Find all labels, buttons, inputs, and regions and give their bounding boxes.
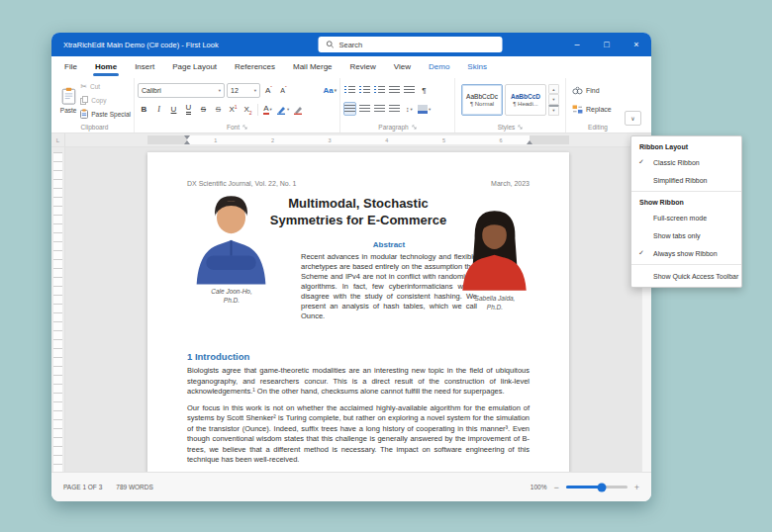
dialog-launcher-icon[interactable]	[518, 125, 523, 130]
styles-scroll-up-button[interactable]: ▴	[548, 84, 559, 94]
decrease-indent-button[interactable]	[388, 84, 401, 98]
editor-canvas[interactable]: DX Scientific Journal, Vol. 22, No. 1 Ma…	[65, 147, 651, 472]
highlight-button[interactable]: ▾	[276, 103, 289, 117]
replace-button[interactable]: Replace	[569, 102, 627, 118]
menu-separator	[631, 264, 741, 265]
menu-header-ribbon-layout: Ribbon Layout	[631, 138, 741, 153]
tab-view[interactable]: View	[385, 56, 420, 76]
double-underline-button[interactable]: U	[182, 103, 195, 117]
chevron-down-icon: ▾	[254, 88, 256, 93]
shading-button[interactable]: ▾	[418, 102, 431, 116]
menu-item-show-tabs-only[interactable]: Show tabs only	[631, 226, 741, 244]
menu-item-show-quick-access-toolbar[interactable]: Show Quick Access Toolbar	[631, 267, 741, 285]
tab-selector[interactable]: L	[51, 133, 65, 146]
tab-file[interactable]: File	[55, 56, 86, 76]
dialog-launcher-icon[interactable]	[242, 125, 247, 130]
paste-special-button[interactable]: Paste Special	[78, 108, 131, 121]
font-size-combo[interactable]: 12 ▾	[227, 83, 260, 98]
line-spacing-button[interactable]: ↕▾	[403, 102, 416, 116]
replace-icon	[572, 105, 583, 114]
pilcrow-icon: ¶	[422, 86, 426, 95]
grow-font-button[interactable]: Aˆ	[262, 84, 275, 98]
increase-indent-icon	[404, 86, 415, 95]
document-page[interactable]: DX Scientific Journal, Vol. 22, No. 1 Ma…	[147, 152, 569, 472]
tab-review[interactable]: Review	[341, 56, 385, 76]
zoom-out-button[interactable]: −	[553, 483, 558, 492]
paragraph-3[interactable]: Physicists largely study the partition t…	[187, 472, 530, 473]
numbered-list-button[interactable]	[358, 84, 371, 98]
tab-references[interactable]: References	[226, 56, 284, 76]
menu-item-classic-ribbon[interactable]: ✓ Classic Ribbon	[631, 153, 741, 171]
chevron-down-icon: ▾	[219, 88, 221, 93]
tab-insert[interactable]: Insert	[126, 56, 163, 76]
paragraph-2[interactable]: Our focus in this work is not on whether…	[187, 403, 530, 466]
double-strikethrough-button[interactable]: S	[212, 103, 225, 117]
copy-icon	[80, 96, 88, 105]
minimize-button[interactable]: –	[562, 33, 592, 56]
chevron-down-icon: ▾	[411, 107, 413, 112]
menu-item-simplified-ribbon[interactable]: Simplified Ribbon	[631, 171, 741, 189]
journal-date: March, 2023	[491, 180, 530, 187]
author-caption: Sabella Jaida, Ph.D.	[475, 295, 516, 311]
paste-button[interactable]: Paste	[58, 79, 78, 121]
italic-button[interactable]: I	[152, 103, 165, 117]
chevron-down-icon: ▾	[335, 88, 337, 93]
author-caption: Cale Joon-Ho, Ph.D.	[211, 288, 252, 305]
check-icon: ✓	[638, 158, 644, 166]
tab-demo[interactable]: Demo	[420, 56, 458, 76]
justify-button[interactable]	[388, 102, 401, 116]
styles-gallery-expand-button[interactable]: ▾	[548, 105, 559, 116]
show-marks-button[interactable]: ¶	[418, 84, 431, 98]
close-button[interactable]: ×	[622, 33, 651, 56]
multilevel-list-button[interactable]	[373, 84, 386, 98]
style-heading[interactable]: AaBbCcD ¶ Headi...	[505, 84, 546, 116]
paragraph-1[interactable]: Biologists agree that game-theoretic mod…	[187, 366, 530, 398]
shading-icon	[418, 105, 428, 114]
menu-item-fullscreen-mode[interactable]: Full-screen mode	[631, 209, 741, 226]
tab-home[interactable]: Home	[86, 56, 126, 76]
ribbon-options-menu: Ribbon Layout ✓ Classic Ribbon Simplifie…	[630, 135, 742, 288]
tab-mail-merge[interactable]: Mail Merge	[284, 56, 341, 76]
cut-button[interactable]: ✂ Cut	[78, 80, 131, 93]
change-case-button[interactable]: Aa▾	[324, 84, 338, 98]
underline-button[interactable]: U	[167, 103, 180, 117]
clipboard-group-label: Clipboard	[81, 124, 109, 131]
dialog-launcher-icon[interactable]	[412, 125, 417, 130]
search-input[interactable]: Search	[319, 37, 503, 52]
tab-page-layout[interactable]: Page Layout	[163, 56, 226, 76]
superscript-button[interactable]: X1	[227, 103, 240, 117]
group-paragraph: ¶ ↕▾ ▾ Paragraph	[340, 78, 455, 133]
font-color-button[interactable]: A▾	[261, 103, 274, 117]
indent-marker-left[interactable]	[184, 135, 190, 145]
subscript-button[interactable]: X2	[241, 103, 254, 117]
tab-skins[interactable]: Skins	[458, 56, 496, 76]
styles-group-label: Styles	[498, 124, 516, 131]
horizontal-ruler[interactable]: 1 2 3 4 5 6	[65, 133, 651, 146]
zoom-slider[interactable]	[566, 486, 627, 488]
font-family-combo[interactable]: Calibri ▾	[138, 83, 225, 98]
ribbon-display-options-button[interactable]: ∨	[625, 111, 641, 126]
zoom-in-button[interactable]: +	[634, 483, 639, 492]
zoom-slider-thumb[interactable]	[597, 483, 606, 491]
vertical-ruler[interactable]	[51, 147, 65, 472]
style-normal[interactable]: AaBbCcDc ¶ Normal	[461, 84, 503, 116]
find-button[interactable]: Find	[569, 82, 627, 98]
text-highlight-color-button[interactable]	[291, 103, 304, 117]
styles-scroll-down-button[interactable]: ▾	[548, 94, 559, 104]
cut-icon: ✂	[80, 82, 87, 91]
menu-item-always-show-ribbon[interactable]: ✓ Always show Ribbon	[631, 244, 741, 262]
align-left-button[interactable]	[343, 102, 356, 116]
increase-indent-button[interactable]	[403, 84, 416, 98]
male-author-photo	[186, 191, 277, 285]
section-heading[interactable]: 1 Introduction	[187, 351, 530, 362]
bold-button[interactable]: B	[138, 103, 150, 117]
align-right-button[interactable]	[373, 102, 386, 116]
highlight-icon	[276, 105, 286, 115]
shrink-font-button[interactable]: Aˆ	[277, 84, 290, 98]
bullet-list-button[interactable]	[343, 84, 356, 98]
copy-button[interactable]: Copy	[78, 94, 131, 107]
strikethrough-button[interactable]: S	[197, 103, 210, 117]
maximize-button[interactable]: □	[592, 33, 622, 56]
align-center-button[interactable]	[358, 102, 371, 116]
indent-marker-right[interactable]	[527, 135, 532, 145]
